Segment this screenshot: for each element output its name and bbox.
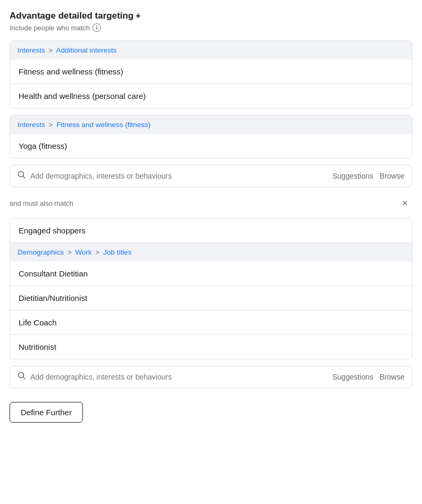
breadcrumb-fitness-sep1: > [49, 121, 53, 129]
breadcrumb-demo-part1[interactable]: Demographics [18, 248, 64, 256]
search-icon-2 [18, 372, 26, 382]
engaged-shoppers-item: Engaged shoppers [10, 219, 412, 243]
list-item: Consultant Dietitian [10, 262, 412, 286]
breadcrumb-part1[interactable]: Interests [18, 46, 45, 54]
browse-link-1[interactable]: Browse [379, 172, 404, 180]
section-fitness-wellness: Interests > Fitness and wellness (fitnes… [10, 115, 412, 158]
breadcrumb-fitness-part1[interactable]: Interests [18, 121, 45, 129]
breadcrumb-demographics: Demographics > Work > Job titles [10, 243, 412, 262]
breadcrumb-demo-sep1: > [67, 248, 72, 256]
section-demographics-jobs: Engaged shoppers Demographics > Work > J… [10, 218, 412, 359]
suggestions-link-2[interactable]: Suggestions [332, 373, 373, 381]
breadcrumb-sep1: > [49, 46, 53, 54]
search-icon [18, 171, 26, 181]
section-interests-additional: Interests > Additional interests Fitness… [10, 40, 412, 108]
subtitle: Include people who match i [10, 23, 412, 32]
define-further-button[interactable]: Define Further [10, 402, 83, 423]
svg-line-3 [23, 377, 26, 380]
list-item: Life Coach [10, 310, 412, 335]
list-item: Yoga (fitness) [10, 134, 412, 158]
search-bar-1[interactable]: Suggestions Browse [10, 165, 412, 187]
plus-icon: + [136, 11, 140, 21]
breadcrumb-demo-part2[interactable]: Work [75, 248, 91, 256]
close-button[interactable]: × [398, 196, 412, 211]
title-text: Advantage detailed targeting [10, 11, 133, 21]
list-item: Dietitian/Nutritionist [10, 286, 412, 310]
breadcrumb-demo-sep2: > [96, 248, 100, 256]
and-must-match-bar: and must also match × [10, 194, 412, 213]
search-actions-1: Suggestions Browse [332, 172, 404, 180]
list-item: Fitness and wellness (fitness) [10, 60, 412, 84]
search-input-2[interactable] [30, 373, 328, 381]
suggestions-link-1[interactable]: Suggestions [332, 172, 373, 180]
search-input-1[interactable] [30, 172, 328, 180]
breadcrumb-fitness-part2[interactable]: Fitness and wellness (fitness) [56, 121, 150, 129]
breadcrumb-fitness: Interests > Fitness and wellness (fitnes… [10, 115, 412, 134]
browse-link-2[interactable]: Browse [379, 373, 404, 381]
search-actions-2: Suggestions Browse [332, 373, 404, 381]
breadcrumb-interests-additional: Interests > Additional interests [10, 41, 412, 60]
search-bar-2[interactable]: Suggestions Browse [10, 366, 412, 388]
breadcrumb-demo-part3[interactable]: Job titles [103, 248, 131, 256]
page-title: Advantage detailed targeting+ [10, 11, 412, 21]
info-icon[interactable]: i [92, 23, 101, 32]
list-item: Nutritionist [10, 335, 412, 359]
svg-line-1 [23, 177, 26, 179]
breadcrumb-part2[interactable]: Additional interests [56, 46, 116, 54]
and-must-match-label: and must also match [10, 199, 73, 207]
list-item: Health and wellness (personal care) [10, 84, 412, 108]
